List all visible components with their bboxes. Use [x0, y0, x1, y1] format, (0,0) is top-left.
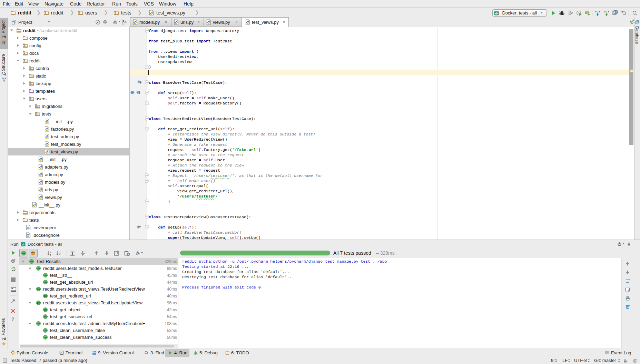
- svg-text:VCS: VCS: [604, 10, 609, 13]
- svg-text:a: a: [50, 251, 51, 253]
- svg-text:z: z: [50, 254, 51, 256]
- svg-text:VCS: VCS: [595, 10, 600, 13]
